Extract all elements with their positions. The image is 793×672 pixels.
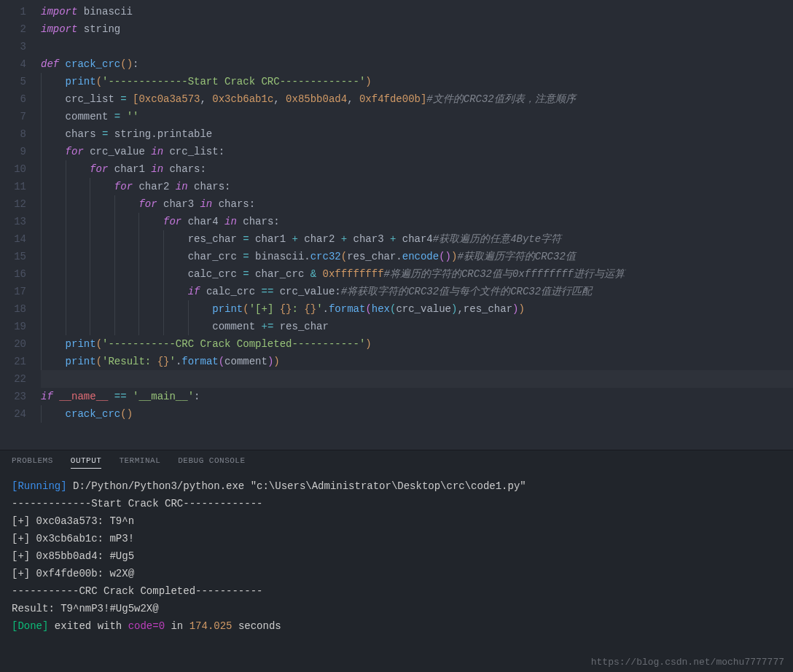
code-line[interactable]: print('-------------Start Crack CRC-----… [41,73,793,90]
code-line[interactable]: def crack_crc(): [41,55,793,73]
code-line[interactable]: char_crc = binascii.crc32(res_char.encod… [41,248,793,265]
code-line[interactable]: print('[+] {}: {}'.format(hex(crc_value)… [41,300,793,318]
tab-problems[interactable]: PROBLEMS [12,456,53,469]
code-line[interactable]: crc_list = [0xc0a3a573, 0x3cb6ab1c, 0x85… [41,90,793,108]
panel-tabs: PROBLEMS OUTPUT TERMINAL DEBUG CONSOLE [0,450,793,474]
code-line[interactable]: comment += res_char [41,318,793,335]
code-line[interactable]: for crc_value in crc_list: [41,143,793,160]
bottom-panel: PROBLEMS OUTPUT TERMINAL DEBUG CONSOLE [… [0,450,793,672]
code-line[interactable]: comment = '' [41,108,793,125]
code-line[interactable]: for char1 in chars: [41,160,793,178]
code-line[interactable]: for char3 in chars: [41,195,793,213]
code-line[interactable] [41,370,793,388]
code-line[interactable]: print('Result: {}'.format(comment)) [41,353,793,370]
code-line[interactable]: res_char = char1 + char2 + char3 + char4… [41,230,793,248]
code-line[interactable]: calc_crc = char_crc & 0xffffffff#将遍历的字符的… [41,265,793,283]
code-line[interactable]: for char4 in chars: [41,213,793,230]
code-line[interactable]: if __name__ == '__main__': [41,388,793,405]
code-editor[interactable]: 123456789101112131415161718192021222324 … [0,0,793,450]
code-line[interactable]: import binascii [41,3,793,20]
code-line[interactable]: crack_crc() [41,405,793,423]
terminal-output[interactable]: [Running] D:/Python/Python3/python.exe "… [0,474,793,638]
code-line[interactable]: for char2 in chars: [41,178,793,195]
tab-terminal[interactable]: TERMINAL [119,456,160,469]
code-line[interactable]: print('-----------CRC Crack Completed---… [41,335,793,353]
line-gutter: 123456789101112131415161718192021222324 [0,3,41,413]
code-area[interactable]: import binasciiimport stringdef crack_cr… [41,3,793,413]
code-line[interactable]: chars = string.printable [41,125,793,143]
code-line[interactable] [41,38,793,55]
code-line[interactable]: if calc_crc == crc_value:#将获取字符的CRC32值与每… [41,283,793,300]
tab-output[interactable]: OUTPUT [71,456,102,469]
tab-debug-console[interactable]: DEBUG CONSOLE [178,456,245,469]
watermark-text: https://blog.csdn.net/mochu7777777 [591,657,784,668]
code-line[interactable]: import string [41,20,793,38]
